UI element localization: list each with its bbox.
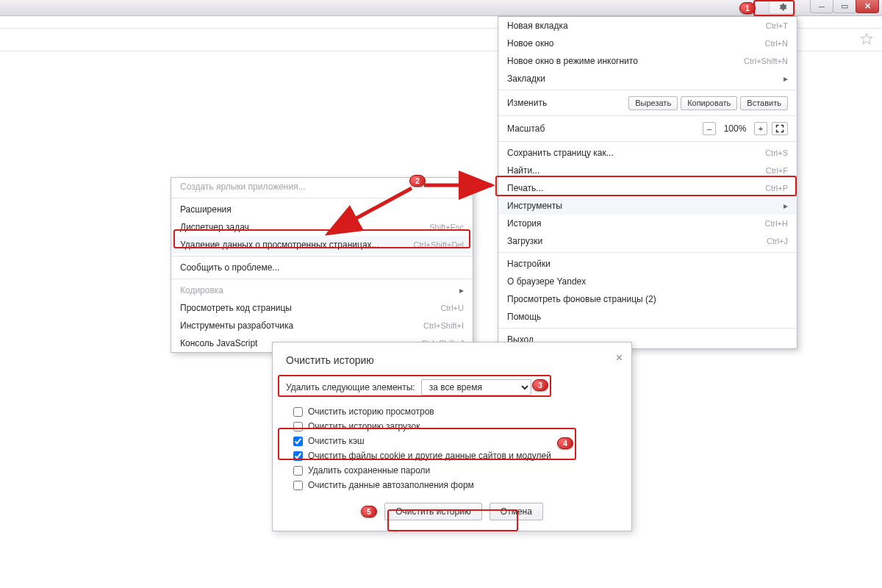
cancel-button[interactable]: Отмена (490, 503, 543, 520)
menu-separator (171, 198, 473, 198)
check-browsing-history[interactable]: Очистить историю просмотров (286, 404, 618, 419)
zoom-in-button[interactable]: + (754, 122, 767, 135)
chevron-right-icon: ▸ (784, 201, 788, 211)
menu-incognito[interactable]: Новое окно в режиме инкогнитоCtrl+Shift+… (498, 52, 797, 70)
check-passwords[interactable]: Удалить сохраненные пароли (286, 463, 618, 478)
annotation-badge-5: 5 (361, 506, 377, 517)
menu-save-page[interactable]: Сохранить страницу как...Ctrl+S (498, 144, 797, 162)
menu-downloads[interactable]: ЗагрузкиCtrl+J (498, 232, 797, 250)
submenu-task-manager[interactable]: Диспетчер задачShift+Esc (171, 218, 473, 236)
menu-print[interactable]: Печать...Ctrl+P (498, 179, 797, 197)
dialog-close-button[interactable]: × (616, 351, 623, 365)
tools-submenu: Создать ярлыки приложения... Расширения … (171, 177, 473, 353)
clear-history-dialog: × Очистить историю Удалить следующие эле… (272, 342, 632, 531)
menu-settings[interactable]: Настройки (498, 255, 797, 273)
menu-background-pages[interactable]: Просмотреть фоновые страницы (2) (498, 290, 797, 308)
submenu-create-shortcuts: Создать ярлыки приложения... (171, 178, 473, 196)
menu-zoom-row: Масштаб – 100% + (498, 118, 797, 139)
menu-find[interactable]: Найти...Ctrl+F (498, 162, 797, 179)
paste-button[interactable]: Вставить (740, 96, 788, 110)
chevron-right-icon: ▸ (459, 285, 464, 295)
zoom-value: 100% (720, 123, 750, 134)
menu-bookmarks[interactable]: Закладки▸ (498, 70, 797, 87)
window-close-button[interactable]: ✕ (856, 0, 879, 13)
menu-new-window[interactable]: Новое окноCtrl+N (498, 35, 797, 52)
main-dropdown-menu: Новая вкладкаCtrl+T Новое окноCtrl+N Нов… (498, 16, 797, 349)
time-range-label: Удалить следующие элементы: (286, 382, 415, 392)
edit-label: Изменить (507, 98, 625, 108)
zoom-out-button[interactable]: – (703, 122, 716, 135)
menu-tools[interactable]: Инструменты▸ (498, 197, 797, 215)
menu-separator (498, 141, 797, 142)
menu-separator (171, 256, 473, 257)
time-range-select[interactable]: за все время (421, 379, 531, 395)
submenu-dev-tools[interactable]: Инструменты разработчикаCtrl+Shift+I (171, 317, 473, 334)
menu-about[interactable]: О браузере Yandex (498, 273, 797, 290)
menu-separator (498, 328, 797, 329)
menu-new-tab[interactable]: Новая вкладкаCtrl+T (498, 17, 797, 35)
menu-separator (171, 279, 473, 279)
dialog-title: Очистить историю (286, 354, 618, 366)
zoom-label: Масштаб (507, 123, 698, 134)
window-titlebar: ─ ▭ ✕ (0, 0, 882, 16)
submenu-clear-browsing-data[interactable]: Удаление данных о просмотренных страница… (171, 236, 473, 254)
window-maximize-button[interactable]: ▭ (833, 0, 856, 13)
menu-help[interactable]: Помощь (498, 308, 797, 326)
menu-separator (498, 252, 797, 253)
check-cookies[interactable]: Очистить файлы cookie и другие данные са… (286, 448, 618, 463)
check-download-history[interactable]: Очистить историю загрузок (286, 419, 618, 434)
menu-separator (498, 115, 797, 116)
clear-history-button[interactable]: Очистить историю (384, 503, 482, 520)
cut-button[interactable]: Вырезать (628, 96, 678, 110)
check-autofill[interactable]: Очистить данные автозаполнения форм (286, 478, 618, 492)
time-range-row: Удалить следующие элементы: за все время (286, 379, 618, 395)
svg-marker-0 (861, 33, 872, 43)
gear-icon (778, 2, 787, 12)
submenu-view-source[interactable]: Просмотреть код страницыCtrl+U (171, 299, 473, 317)
copy-button[interactable]: Копировать (681, 96, 737, 110)
submenu-report-issue[interactable]: Сообщить о проблеме... (171, 259, 473, 276)
menu-separator (498, 90, 797, 90)
fullscreen-button[interactable] (772, 122, 788, 135)
submenu-encoding[interactable]: Кодировка▸ (171, 282, 473, 299)
window-minimize-button[interactable]: ─ (810, 0, 833, 13)
bookmark-star-icon[interactable] (860, 32, 873, 48)
browser-menu-button[interactable] (769, 1, 795, 14)
submenu-extensions[interactable]: Расширения (171, 201, 473, 218)
check-cache[interactable]: Очистить кэш (286, 434, 618, 448)
menu-history[interactable]: ИсторияCtrl+H (498, 215, 797, 232)
menu-edit-row: Изменить Вырезать Копировать Вставить (498, 93, 797, 113)
chevron-right-icon: ▸ (784, 74, 788, 84)
